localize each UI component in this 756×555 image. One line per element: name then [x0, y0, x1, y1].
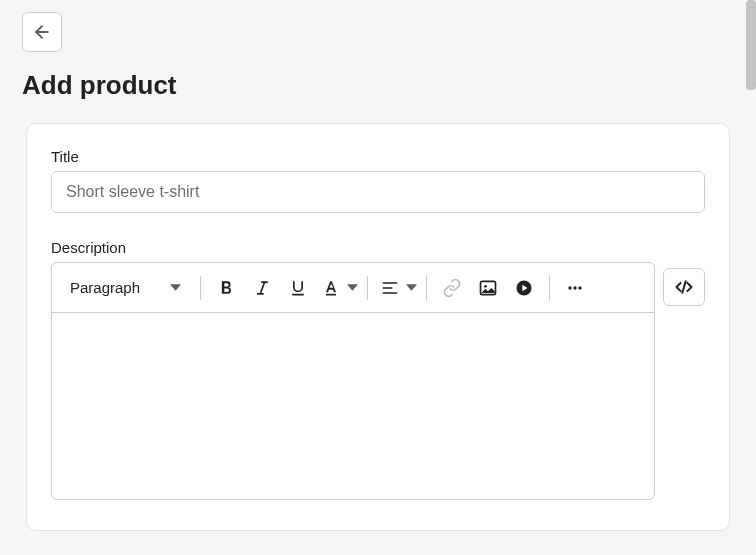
image-icon	[478, 278, 498, 298]
toolbar-divider	[549, 276, 550, 300]
more-horizontal-icon	[565, 278, 585, 298]
svg-line-4	[260, 282, 264, 294]
svg-point-17	[573, 286, 576, 289]
page-title: Add product	[22, 70, 734, 101]
back-button[interactable]	[22, 12, 62, 52]
format-select-label: Paragraph	[70, 279, 140, 296]
link-icon	[442, 278, 462, 298]
underline-button[interactable]	[281, 271, 315, 305]
product-card: Title Description Paragraph	[26, 123, 730, 531]
link-button[interactable]	[435, 271, 469, 305]
svg-marker-1	[170, 284, 181, 291]
bold-icon	[216, 278, 236, 298]
description-label: Description	[51, 239, 705, 256]
svg-line-19	[682, 281, 685, 293]
toolbar-divider	[200, 276, 201, 300]
align-left-icon	[380, 278, 400, 298]
play-circle-icon	[514, 278, 534, 298]
caret-down-icon	[345, 282, 359, 293]
vertical-scrollbar[interactable]	[746, 0, 756, 90]
italic-icon	[252, 278, 272, 298]
caret-down-icon	[404, 282, 418, 293]
text-color-icon	[321, 278, 341, 298]
title-field-group: Title	[51, 148, 705, 213]
italic-button[interactable]	[245, 271, 279, 305]
svg-point-16	[568, 286, 571, 289]
description-field-group: Description Paragraph	[51, 239, 705, 500]
editor-toolbar: Paragraph	[52, 263, 654, 313]
video-button[interactable]	[507, 271, 541, 305]
more-button[interactable]	[558, 271, 592, 305]
editor-wrap: Paragraph	[51, 262, 705, 500]
svg-marker-7	[347, 284, 358, 291]
title-label: Title	[51, 148, 705, 165]
svg-point-13	[484, 285, 487, 288]
rich-text-editor: Paragraph	[51, 262, 655, 500]
bold-button[interactable]	[209, 271, 243, 305]
description-editor-body[interactable]	[52, 313, 654, 499]
toolbar-divider	[367, 276, 368, 300]
toolbar-divider	[426, 276, 427, 300]
underline-icon	[288, 278, 308, 298]
svg-rect-6	[326, 293, 336, 295]
image-button[interactable]	[471, 271, 505, 305]
format-select[interactable]: Paragraph	[60, 273, 192, 302]
svg-point-18	[578, 286, 581, 289]
align-button[interactable]	[376, 271, 418, 305]
text-color-button[interactable]	[317, 271, 359, 305]
view-html-button[interactable]	[663, 268, 705, 306]
svg-marker-11	[406, 284, 417, 291]
code-icon	[674, 277, 694, 297]
arrow-left-icon	[32, 22, 52, 42]
caret-down-icon	[168, 282, 182, 293]
title-input[interactable]	[51, 171, 705, 213]
page-container: Add product Title Description Paragraph	[0, 0, 756, 531]
